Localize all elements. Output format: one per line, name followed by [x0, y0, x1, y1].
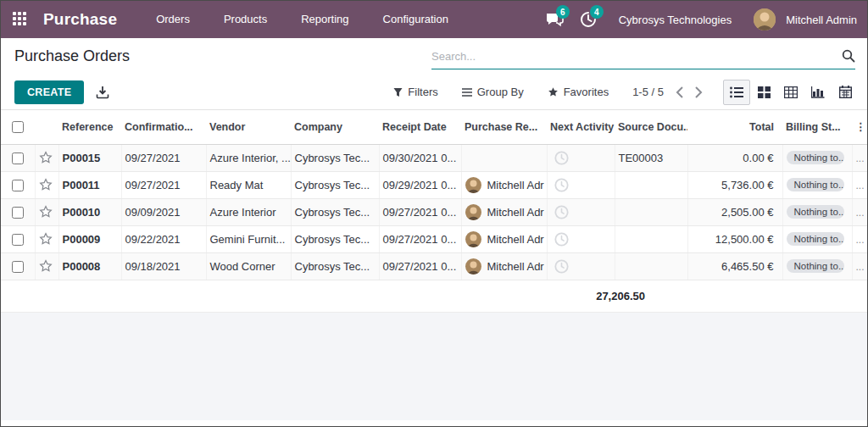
column-header-company[interactable]: Company — [291, 110, 379, 144]
user-avatar[interactable] — [754, 8, 776, 30]
billing-status-cell: Nothing to... — [782, 252, 852, 280]
filters-button[interactable]: Filters — [385, 80, 446, 103]
billing-status-badge: Nothing to... — [787, 178, 844, 191]
company-cell: Cybrosys Tec... — [291, 225, 379, 252]
search-input[interactable] — [431, 50, 837, 63]
optional-columns-toggle[interactable]: ⋮ — [852, 110, 868, 144]
company-cell: Cybrosys Tec... — [291, 144, 379, 171]
menu-reporting[interactable]: Reporting — [284, 1, 365, 38]
activity-clock-icon[interactable] — [551, 205, 611, 219]
control-panel-top: Purchase Orders — [1, 38, 867, 75]
company-switcher[interactable]: Cybrosys Technologies — [607, 14, 750, 26]
table-row[interactable]: P00009 09/22/2021 Gemini Furnit... Cybro… — [1, 225, 868, 252]
menu-configuration[interactable]: Configuration — [366, 1, 465, 38]
row-select-cell — [1, 171, 35, 198]
activity-clock-icon[interactable] — [551, 232, 611, 247]
table-row[interactable]: P00010 09/09/2021 Azure Interior Cybrosy… — [1, 198, 868, 225]
row-overflow-cell: ... — [852, 198, 868, 225]
next-activity-cell — [547, 171, 615, 198]
column-header-billing[interactable]: Billing St... — [782, 110, 852, 144]
row-overflow-ellipsis: ... — [856, 234, 865, 246]
star-header-cell — [35, 110, 58, 144]
pager-next-icon[interactable] — [695, 86, 703, 98]
favorite-star-icon[interactable] — [39, 151, 53, 164]
row-select-cell — [1, 225, 35, 252]
row-select-cell — [1, 252, 35, 280]
row-checkbox[interactable] — [12, 152, 24, 164]
kanban-view-icon — [758, 86, 771, 98]
source-document-cell — [615, 198, 687, 225]
favorite-star-icon[interactable] — [39, 259, 53, 273]
column-header-ref[interactable]: Reference — [58, 110, 121, 144]
create-button[interactable]: CREATE — [14, 80, 84, 104]
favorite-star-icon[interactable] — [39, 205, 53, 219]
row-select-cell — [1, 198, 35, 225]
group-by-button[interactable]: Group By — [453, 80, 532, 103]
billing-status-badge: Nothing to... — [787, 205, 844, 219]
graph-view-button[interactable] — [804, 80, 832, 105]
user-menu[interactable]: Mitchell Admin — [786, 14, 857, 26]
company-cell: Cybrosys Tec... — [291, 171, 379, 198]
purchase-rep-name: Mitchell Adr — [487, 206, 544, 219]
favorite-star-icon[interactable] — [39, 232, 53, 246]
top-navbar: Purchase Orders Products Reporting Confi… — [1, 1, 867, 38]
list-view-button[interactable] — [723, 80, 750, 105]
search-icon[interactable] — [837, 49, 855, 63]
row-checkbox[interactable] — [12, 261, 24, 273]
purchase-rep-cell: Mitchell Adr — [461, 225, 547, 252]
column-header-total[interactable]: Total — [687, 110, 782, 144]
table-row[interactable]: P00011 09/27/2021 Ready Mat Cybrosys Tec… — [1, 171, 868, 198]
column-header-conf[interactable]: Confirmatio... — [121, 110, 206, 144]
table-footer-row: 27,206.50 — [1, 280, 867, 312]
activities-button[interactable]: 4 — [573, 7, 604, 32]
pager-previous-icon[interactable] — [676, 86, 683, 98]
reference-cell: P00015 — [63, 152, 101, 164]
next-activity-cell — [547, 144, 615, 171]
purchase-rep-avatar — [465, 177, 481, 193]
total-cell: 2,505.00 € — [687, 198, 782, 225]
column-header-activity[interactable]: Next Activity — [547, 110, 615, 144]
row-overflow-cell: ... — [852, 252, 868, 280]
confirmation-date-cell: 09/09/2021 — [121, 198, 206, 225]
table-row[interactable]: P00015 09/27/2021 Azure Interior, ... Cy… — [1, 144, 868, 171]
row-checkbox[interactable] — [12, 180, 24, 191]
reference-cell: P00008 — [63, 260, 101, 273]
column-header-source[interactable]: Source Docu... — [615, 110, 687, 144]
vendor-cell: Gemini Furnit... — [206, 225, 291, 252]
total-cell: 12,500.00 € — [687, 225, 782, 252]
menu-orders[interactable]: Orders — [139, 1, 207, 38]
row-checkbox[interactable] — [12, 207, 24, 219]
pivot-view-button[interactable] — [777, 80, 804, 105]
receipt-date-cell: 09/29/2021 0... — [379, 171, 461, 198]
purchase-app-window: Purchase Orders Products Reporting Confi… — [0, 0, 868, 427]
row-overflow-ellipsis: ... — [856, 261, 865, 273]
column-header-rep[interactable]: Purchase Re... — [461, 110, 547, 144]
page-title: Purchase Orders — [14, 47, 130, 65]
favorite-star-icon[interactable] — [39, 178, 53, 191]
table-row[interactable]: P00008 09/18/2021 Wood Corner Cybrosys T… — [1, 252, 868, 280]
column-header-receipt[interactable]: Receipt Date — [379, 110, 461, 144]
messages-button[interactable]: 6 — [539, 7, 570, 32]
calendar-view-button[interactable] — [832, 80, 859, 105]
activity-clock-icon[interactable] — [551, 178, 611, 192]
activity-clock-icon[interactable] — [551, 151, 611, 165]
next-activity-cell — [547, 198, 615, 225]
receipt-date-cell: 09/30/2021 0... — [379, 144, 461, 171]
empty-area — [1, 312, 867, 421]
apps-menu-icon[interactable] — [13, 12, 28, 27]
billing-status-cell: Nothing to... — [782, 144, 852, 171]
row-checkbox[interactable] — [12, 234, 24, 246]
graph-view-icon — [811, 86, 825, 98]
app-title[interactable]: Purchase — [43, 10, 117, 29]
export-icon[interactable] — [96, 86, 109, 99]
purchase-rep-cell: Mitchell Adr — [461, 198, 547, 225]
favorites-button[interactable]: Favorites — [539, 80, 617, 103]
kanban-view-button[interactable] — [750, 80, 777, 105]
activity-clock-icon[interactable] — [551, 259, 611, 274]
select-all-checkbox[interactable] — [12, 121, 24, 133]
star-icon — [548, 86, 559, 97]
menu-products[interactable]: Products — [207, 1, 284, 38]
source-document-cell — [615, 225, 687, 252]
pivot-view-icon — [784, 86, 798, 98]
column-header-vendor[interactable]: Vendor — [206, 110, 291, 144]
